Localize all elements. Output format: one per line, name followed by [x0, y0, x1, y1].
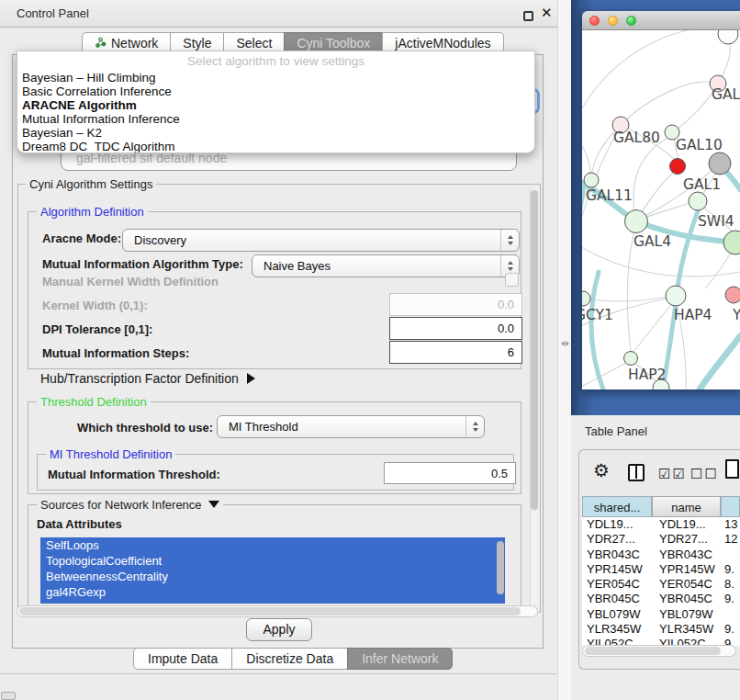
table-row[interactable]: YBR043CYBR043C	[582, 548, 740, 562]
close-icon[interactable]: ✕	[541, 5, 553, 21]
attribute-list-scrollbar-thumb[interactable]	[497, 541, 504, 594]
network-canvas[interactable]: GALGAL80GAL10GAL11GAL1SWI4GAL4GCY1HAP4YH…	[582, 30, 740, 390]
table-cell: YPR145W	[652, 562, 721, 577]
table-body[interactable]: YDL19...YDL19...13YDR27...YDR27...12YBR0…	[582, 517, 740, 646]
network-node-label: GAL80	[613, 130, 660, 146]
network-node-label: Y	[732, 307, 740, 323]
network-node-label: HAP2	[628, 367, 666, 383]
mac-minimize-button[interactable]	[608, 16, 618, 26]
mi-threshold-label: Mutual Information Threshold:	[48, 468, 220, 481]
dropdown-item[interactable]: Mutual Information Inference	[17, 112, 534, 126]
bottom-tabs: Impute Data Discretize Data Infer Networ…	[134, 648, 453, 670]
mac-close-button[interactable]	[589, 16, 600, 26]
mi-type-combo[interactable]: Naive Bayes	[252, 254, 520, 277]
table-row[interactable]: YDR27...YDR27...12	[582, 532, 740, 547]
spinner-icon	[465, 416, 484, 437]
mi-threshold-field[interactable]: 0.5	[384, 462, 516, 484]
tab-impute-data[interactable]: Impute Data	[133, 648, 232, 670]
network-edge	[585, 297, 667, 301]
data-attributes-list[interactable]: SelfLoops TopologicalCoefficient Between…	[40, 537, 505, 604]
column-header-name[interactable]: name	[652, 496, 721, 517]
split-columns-icon[interactable]	[628, 464, 645, 481]
deselect-all-checkboxes-icon[interactable]: ☐☐	[690, 466, 719, 482]
dropdown-item[interactable]: Dream8 DC_TDC Algorithm	[17, 140, 534, 153]
table-cell: YDR27...	[652, 532, 721, 547]
collapsed-panel-button[interactable]	[1, 692, 16, 700]
kernel-width-field[interactable]: 0.0	[389, 293, 522, 316]
table-cell: YDL19...	[652, 517, 721, 532]
dropdown-item[interactable]: Bayesian – Hill Climbing	[17, 71, 534, 85]
tab-discretize-data[interactable]: Discretize Data	[231, 648, 348, 670]
tab-label: Select	[236, 36, 272, 51]
network-edge	[582, 30, 729, 108]
table-row[interactable]: YBR045CYBR045C9.	[582, 592, 740, 606]
table-cell	[721, 607, 740, 622]
settings-scrollbar-thumb[interactable]	[531, 190, 538, 510]
tab-label: jActiveMNodules	[395, 36, 490, 51]
sources-toggle[interactable]: Sources for Network Inference	[37, 498, 223, 512]
dpi-tolerance-label: DPI Tolerance [0,1]:	[42, 322, 152, 336]
network-node-label: GAL	[712, 86, 740, 103]
network-node[interactable]	[584, 173, 599, 187]
table-cell: YDR27...	[582, 532, 652, 547]
dropdown-item[interactable]: Bayesian – K2	[17, 126, 534, 140]
tab-infer-network[interactable]: Infer Network	[347, 648, 453, 670]
network-edge	[621, 82, 717, 125]
attribute-item[interactable]: SelfLoops	[40, 537, 505, 553]
select-all-checkboxes-icon[interactable]: ☑☑	[658, 466, 687, 482]
table-cell: YPR145W	[582, 562, 652, 577]
table-row[interactable]: YDL19...YDL19...13	[582, 517, 740, 532]
column-header-shared-name[interactable]: shared...	[582, 496, 652, 517]
table-cell: 8.	[721, 577, 740, 592]
table-cell: YBL079W	[652, 607, 721, 622]
apply-button[interactable]: Apply	[246, 618, 312, 641]
table-cell: YER054C	[652, 577, 721, 592]
mi-steps-field[interactable]: 6	[389, 341, 522, 364]
table-row[interactable]: YER054CYER054C8.	[582, 577, 740, 592]
manual-kernel-checkbox[interactable]	[505, 273, 519, 287]
manual-kernel-label: Manual Kernel Width Definition	[42, 275, 219, 288]
table-settings-gear-icon[interactable]: ⚙	[593, 459, 610, 481]
network-node[interactable]	[625, 210, 648, 233]
network-node[interactable]	[725, 287, 740, 303]
table-cell: 9.	[721, 622, 740, 637]
column-header-extra[interactable]	[721, 496, 740, 517]
float-window-icon[interactable]	[523, 11, 533, 21]
table-row[interactable]: YBL079WYBL079W	[582, 607, 740, 622]
table-cell: 9.	[721, 592, 740, 606]
network-node[interactable]	[689, 192, 707, 210]
mac-zoom-button[interactable]	[626, 16, 636, 26]
network-node-label: GAL11	[586, 187, 633, 204]
network-node[interactable]	[582, 291, 590, 306]
dropdown-item[interactable]: ARACNE Algorithm	[17, 98, 534, 112]
panel-splitter[interactable]	[557, 0, 571, 700]
splitter-grip-icon[interactable]	[561, 338, 569, 349]
network-node[interactable]	[718, 30, 738, 44]
network-node[interactable]	[666, 286, 686, 306]
threshold-definition-title: Threshold Definition	[37, 395, 151, 409]
attribute-item[interactable]: TopologicalCoefficient	[40, 553, 505, 569]
network-icon	[95, 37, 107, 49]
network-node[interactable]	[709, 152, 731, 175]
aracne-mode-combo[interactable]: Discovery	[122, 229, 520, 252]
network-window-titlebar[interactable]	[582, 11, 740, 30]
table-hscrollbar-thumb[interactable]	[585, 647, 721, 655]
attribute-item[interactable]: BetweennessCentrality	[40, 569, 505, 584]
table-row[interactable]: YLR345WYLR345W9.	[582, 622, 740, 637]
export-table-document-icon[interactable]	[725, 459, 739, 479]
network-node[interactable]	[624, 352, 638, 366]
network-node[interactable]	[723, 231, 740, 254]
attribute-item[interactable]: gal4RGexp	[40, 584, 505, 600]
settings-hscrollbar-thumb[interactable]	[19, 607, 521, 615]
which-threshold-combo[interactable]: MI Threshold	[217, 415, 485, 438]
dpi-tolerance-field[interactable]: 0.0	[389, 317, 522, 340]
table-cell: YBL079W	[582, 607, 652, 622]
network-node[interactable]	[670, 159, 686, 175]
spinner-icon	[500, 230, 519, 251]
hub-definition-toggle[interactable]: Hub/Transcription Factor Definition	[40, 371, 255, 386]
table-row[interactable]: YPR145WYPR145W9.	[582, 562, 740, 577]
dropdown-item[interactable]: Basic Correlation Inference	[17, 85, 534, 98]
network-edge	[582, 360, 631, 389]
network-node-label: HAP4	[674, 307, 712, 323]
kernel-width-label: Kernel Width (0,1):	[42, 299, 148, 312]
